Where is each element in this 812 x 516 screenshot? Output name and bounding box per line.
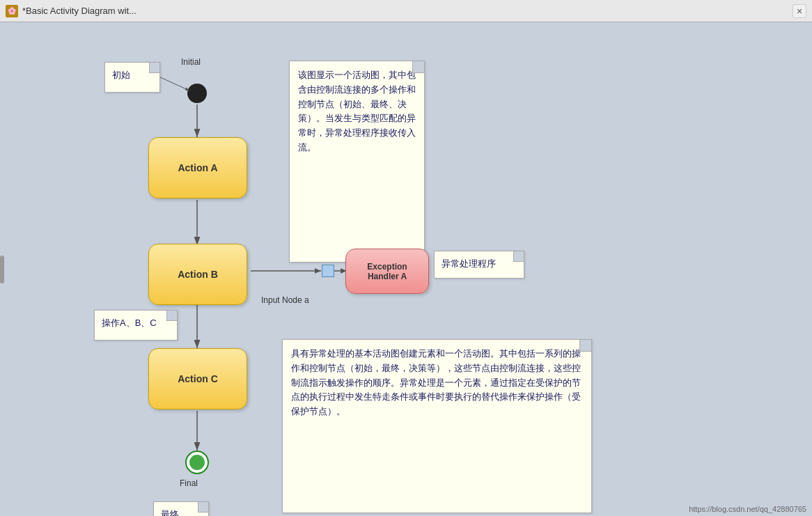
title-bar: 🌸 *Basic Activity Diagram wit... × (0, 0, 812, 22)
action-b-node[interactable]: Action B (148, 244, 247, 305)
input-node (322, 265, 334, 277)
note-final: 最终 (153, 501, 209, 516)
initial-label: Initial (181, 57, 201, 67)
note-initial: 初始 (104, 62, 160, 93)
bottom-url: https://blog.csdn.net/qq_42880765 (689, 505, 806, 513)
diagram-area: Initial 初始 Action A 该图显示一个活动图，其中包含由控制流连接… (0, 22, 812, 516)
final-node (185, 451, 209, 474)
note-description-1: 该图显示一个活动图，其中包含由控制流连接的多个操作和控制节点（初始、最终、决策）… (289, 61, 425, 263)
svg-line-8 (160, 77, 189, 91)
scroll-indicator (0, 256, 4, 283)
final-label: Final (180, 478, 198, 488)
title-bar-icon: 🌸 (6, 5, 18, 17)
exception-handler-node[interactable]: Exception Handler A (345, 249, 429, 294)
input-node-label: Input Node a (261, 295, 309, 305)
initial-node (187, 84, 207, 103)
note-description-2: 具有异常处理的基本活动图创建元素和一个活动图。其中包括一系列的操作和控制节点（初… (282, 339, 592, 513)
action-a-node[interactable]: Action A (148, 137, 247, 198)
close-button[interactable]: × (793, 4, 806, 18)
title-bar-text: *Basic Activity Diagram wit... (22, 6, 788, 16)
final-node-inner (189, 455, 205, 470)
note-actions: 操作A、B、C (94, 310, 178, 341)
action-c-node[interactable]: Action C (148, 348, 247, 409)
note-exception-handler: 异常处理程序 (434, 251, 524, 279)
